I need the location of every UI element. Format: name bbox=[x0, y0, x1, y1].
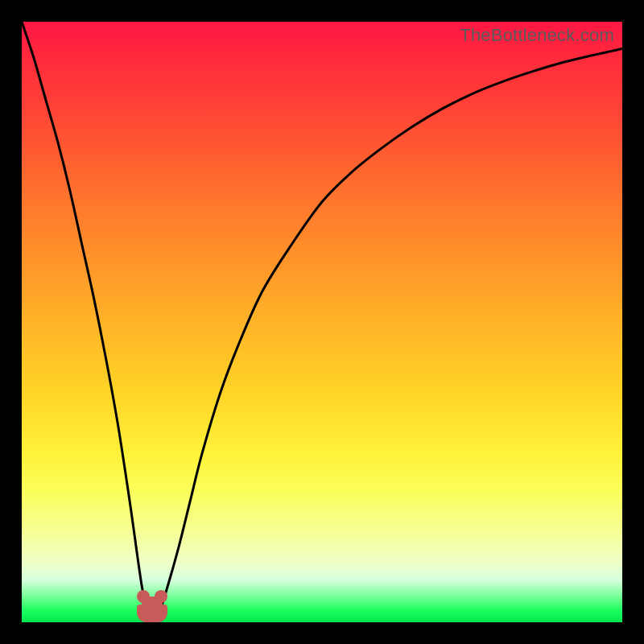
bottleneck-curve bbox=[22, 22, 622, 622]
plot-frame: TheBottleneck.com bbox=[22, 22, 622, 622]
marker-base bbox=[137, 605, 167, 622]
optimum-marker-icon bbox=[137, 590, 167, 622]
attribution-text: TheBottleneck.com bbox=[460, 25, 614, 46]
